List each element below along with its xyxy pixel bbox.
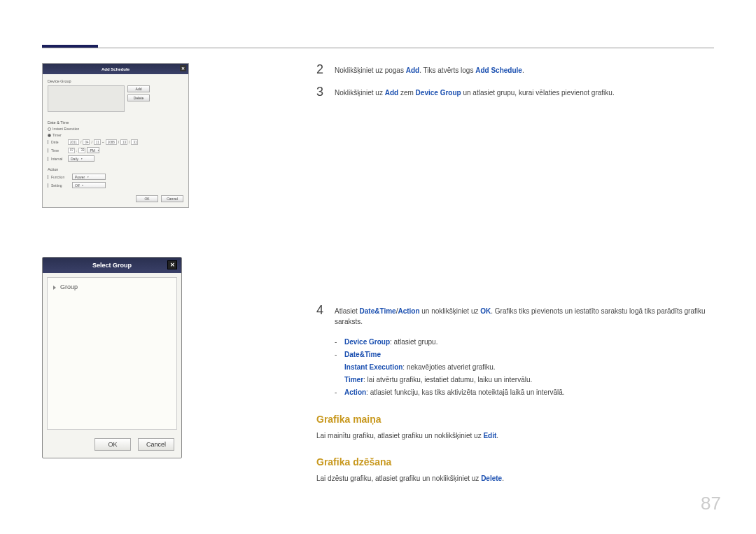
setting-select[interactable]: Off (72, 182, 106, 188)
heading-grafika-dzesana: Grafika dzēšana (316, 456, 714, 468)
radio-icon (48, 134, 51, 137)
ok-term: OK (480, 307, 491, 315)
bar-icon (48, 148, 48, 153)
action-term: Action (344, 388, 366, 396)
heading-grafika-maina: Grafika maiņa (316, 414, 714, 425)
step-4: 4 Atlasiet Date&Time/Action un noklikšķi… (316, 304, 714, 327)
step-number: 3 (316, 85, 335, 98)
time-minute[interactable]: 33 (78, 148, 85, 153)
body-text: Lai dzēstu grafiku, atlasiet grafiku un … (316, 475, 481, 482)
list-text: : atlasiet funkciju, kas tiks aktivizēta… (366, 388, 564, 396)
group-tree[interactable]: Group (47, 277, 177, 430)
step4-sublist: - Device Group: atlasiet grupu. - Date&T… (335, 337, 714, 398)
instant-execution-label: Instant Execution (52, 127, 79, 131)
step-number: 2 (316, 63, 335, 76)
bar-icon (48, 157, 48, 161)
list-text: : atlasiet grupu. (390, 338, 438, 346)
left-column: Add Schedule ✕ Device Group Add Delete D… (42, 63, 189, 458)
close-icon[interactable]: ✕ (167, 260, 177, 269)
ok-button[interactable]: OK (94, 438, 131, 451)
add-schedule-dialog: Add Schedule ✕ Device Group Add Delete D… (42, 63, 189, 208)
date-year-from[interactable]: 2011 (68, 139, 79, 145)
action-term: Action (398, 307, 419, 315)
date-time-label: Date & Time (48, 120, 183, 125)
instant-execution-term: Instant Execution (344, 363, 402, 371)
date-day-from[interactable]: 11 (94, 139, 101, 145)
delete-button[interactable]: Delete (127, 94, 150, 101)
date-year-to[interactable]: 2088 (106, 139, 117, 145)
select-group-dialog: Select Group ✕ Group OK Cancel (42, 257, 182, 458)
radio-icon (48, 127, 51, 131)
date-time-term: Date&Time (344, 351, 381, 358)
close-icon[interactable]: ✕ (180, 65, 186, 71)
function-select[interactable]: Power (72, 174, 106, 180)
date-field-label: Date (51, 140, 66, 144)
paragraph: Lai mainītu grafiku, atlasiet grafiku un… (316, 430, 714, 441)
setting-field-label: Setting (51, 183, 71, 188)
step-text: . (522, 66, 524, 74)
step-text: Atlasiet (335, 307, 360, 315)
list-item: Timer: lai atvērtu grafiku, iestatiet da… (335, 374, 714, 386)
interval-select[interactable]: Daily (68, 155, 94, 162)
step-text: un noklikšķiniet uz (420, 307, 481, 315)
ok-button[interactable]: OK (136, 195, 158, 202)
date-day-to[interactable]: 31 (131, 139, 138, 145)
date-time-term: Date&Time (360, 307, 396, 315)
group-root-label: Group (60, 283, 78, 290)
bar-icon (48, 183, 48, 188)
cancel-button[interactable]: Cancel (161, 195, 183, 202)
list-item: - Device Group: atlasiet grupu. (335, 337, 714, 348)
step-text: . Tiks atvērts logs (419, 66, 475, 74)
dialog-title-bar: Add Schedule ✕ (43, 64, 188, 74)
list-item: Instant Execution: nekavējoties atveriet… (335, 362, 714, 373)
date-month-to[interactable]: 13 (120, 139, 127, 145)
list-item: - Action: atlasiet funkciju, kas tiks ak… (335, 387, 714, 398)
range-separator: ~ (102, 140, 104, 144)
delete-term: Delete (481, 475, 502, 482)
step-3: 3 Noklikšķiniet uz Add zem Device Group … (316, 85, 714, 98)
bar-icon (48, 175, 48, 179)
step-2: 2 Noklikšķiniet uz pogas Add. Tiks atvēr… (316, 63, 714, 76)
dialog-title: Add Schedule (102, 67, 130, 71)
date-month-from[interactable]: 04 (83, 139, 90, 145)
action-label: Action (48, 167, 183, 171)
dialog-body: Device Group Add Delete Date & Time Inst… (43, 74, 188, 207)
device-group-term: Device Group (416, 89, 461, 97)
body-text: Lai mainītu grafiku, atlasiet grafiku un… (316, 432, 483, 440)
edit-term: Edit (483, 432, 496, 440)
device-group-label: Device Group (48, 79, 183, 83)
dialog-title-bar: Select Group ✕ (43, 258, 181, 273)
device-group-list[interactable] (48, 85, 125, 112)
interval-field-label: Interval (51, 157, 66, 161)
page-number: 87 (701, 493, 721, 514)
text-column: 2 Noklikšķiniet uz pogas Add. Tiks atvēr… (316, 63, 714, 488)
body-text: . (502, 475, 504, 482)
device-group-term: Device Group (344, 338, 390, 346)
cancel-button[interactable]: Cancel (138, 438, 174, 451)
function-field-label: Function (51, 175, 71, 179)
list-text: : nekavējoties atveriet grafiku. (402, 363, 495, 371)
tree-collapse-icon (53, 286, 56, 290)
body-text: . (496, 432, 498, 440)
timer-label: Timer (52, 133, 62, 137)
add-schedule-term: Add Schedule (475, 66, 522, 74)
step-number: 4 (316, 304, 335, 316)
spacer (316, 108, 714, 304)
list-item: - Date&Time (335, 349, 714, 360)
step-text: Noklikšķiniet uz pogas (335, 66, 406, 74)
time-ampm-select[interactable]: PM (87, 147, 99, 153)
paragraph: Lai dzēstu grafiku, atlasiet grafiku un … (316, 473, 714, 484)
step-text: Noklikšķiniet uz (335, 89, 385, 97)
add-term: Add (406, 66, 419, 74)
step-text: un atlasiet grupu, kurai vēlaties pievie… (461, 89, 615, 97)
step-text: zem (398, 89, 415, 97)
timer-radio[interactable]: Timer (48, 133, 183, 137)
bar-icon (48, 140, 48, 144)
add-term: Add (385, 89, 398, 97)
timer-term: Timer (344, 376, 363, 384)
add-button[interactable]: Add (127, 85, 150, 92)
instant-execution-radio[interactable]: Instant Execution (48, 127, 183, 131)
page-header-rule (42, 48, 714, 48)
dialog-title: Select Group (92, 262, 132, 269)
time-hour[interactable]: 07 (68, 148, 75, 153)
